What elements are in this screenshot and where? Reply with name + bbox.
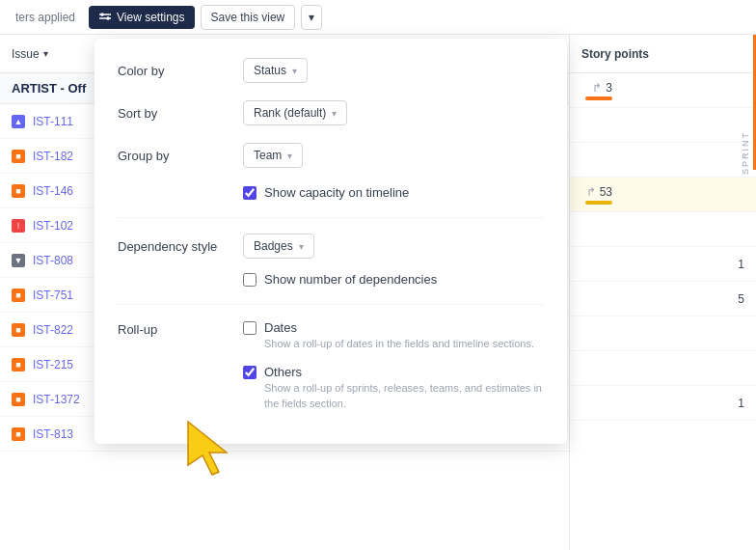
sp-row <box>570 108 756 143</box>
sort-by-label: Sort by <box>118 106 243 121</box>
view-settings-label: View settings <box>117 11 184 24</box>
others-checkbox[interactable] <box>243 366 256 379</box>
issue-id: IST-102 <box>33 219 100 233</box>
sort-by-arrow: ▾ <box>332 108 337 119</box>
sort-by-value: Rank (default) <box>254 106 326 120</box>
dates-checkbox[interactable] <box>243 321 256 335</box>
dates-row: Dates Show a roll-up of dates in the fie… <box>243 320 544 351</box>
dates-desc: Show a roll-up of dates in the fields an… <box>264 337 534 351</box>
priority-icon: ▲ <box>12 115 25 128</box>
sp-row: 1 <box>570 247 756 282</box>
dates-label: Dates <box>264 320 534 335</box>
toolbar: ters applied View settings Save this vie… <box>0 0 756 35</box>
color-by-control: Status ▾ <box>243 58 544 83</box>
sort-by-select[interactable]: Rank (default) ▾ <box>243 100 347 125</box>
save-view-dropdown-button[interactable]: ▾ <box>301 5 322 30</box>
show-number-label[interactable]: Show number of dependencies <box>264 272 437 287</box>
group-by-arrow: ▾ <box>287 151 292 161</box>
divider <box>118 217 544 218</box>
dependency-style-control: Badges ▾ <box>243 234 544 259</box>
priority-icon: ■ <box>12 150 25 163</box>
priority-icon: ■ <box>12 393 25 406</box>
show-number-checkbox[interactable] <box>243 273 256 287</box>
priority-icon: ■ <box>12 323 25 337</box>
issue-id: IST-215 <box>33 358 100 371</box>
issue-type-label: Issue ▾ <box>12 47 48 61</box>
others-desc: Show a roll-up of sprints, releases, tea… <box>264 381 544 411</box>
sp-value-bar: ↱ 3 <box>585 81 612 100</box>
group-by-control: Team ▾ <box>243 143 544 168</box>
color-by-value: Status <box>254 64 286 77</box>
issue-type-text: Issue <box>12 47 40 61</box>
svg-point-3 <box>107 16 110 19</box>
sp-value: 1 <box>738 258 744 271</box>
story-points-panel: Story points SPRINT ↱ 3 ↱ 53 1 5 1 <box>569 35 756 550</box>
others-content: Others Show a roll-up of sprints, releas… <box>264 365 544 411</box>
sp-value: 1 <box>738 397 744 410</box>
sort-by-row: Sort by Rank (default) ▾ <box>118 100 544 125</box>
sprint-label: SPRINT <box>741 131 750 175</box>
priority-icon: ! <box>12 219 25 233</box>
rollup-items: Dates Show a roll-up of dates in the fie… <box>243 320 544 425</box>
divider-2 <box>118 304 544 305</box>
rollup-section: Roll-up Dates Show a roll-up of dates in… <box>118 320 544 425</box>
filters-applied-label: ters applied <box>8 11 83 24</box>
dependency-style-row: Dependency style Badges ▾ <box>118 234 544 259</box>
orange-progress-bar <box>585 96 612 100</box>
dependency-style-select[interactable]: Badges ▾ <box>243 234 314 259</box>
yellow-progress-bar <box>585 201 612 205</box>
color-by-row: Color by Status ▾ <box>118 58 544 83</box>
color-by-arrow: ▾ <box>292 66 297 76</box>
dependency-style-arrow: ▾ <box>299 241 304 252</box>
issue-type-chevron: ▾ <box>43 48 48 59</box>
view-settings-icon <box>98 11 112 24</box>
others-label: Others <box>264 365 544 379</box>
issue-id: IST-751 <box>33 289 100 302</box>
sp-row: ↱ 53 <box>570 178 756 212</box>
dates-content: Dates Show a roll-up of dates in the fie… <box>264 320 534 351</box>
sp-row <box>570 212 756 247</box>
priority-icon: ■ <box>12 184 25 198</box>
issue-id: IST-813 <box>33 427 100 441</box>
color-by-select[interactable]: Status ▾ <box>243 58 308 83</box>
priority-icon: ▼ <box>12 254 25 267</box>
svg-point-2 <box>101 13 104 15</box>
priority-icon: ■ <box>12 289 25 302</box>
story-points-header: Story points <box>570 35 756 73</box>
issue-id: IST-822 <box>33 323 100 337</box>
sp-row: 5 <box>570 282 756 316</box>
issue-id: IST-111 <box>33 115 100 128</box>
sp-value: 53 <box>600 185 612 199</box>
show-capacity-row: Show capacity on timeline <box>243 185 544 200</box>
save-view-button[interactable]: Save this view <box>201 5 296 30</box>
show-capacity-checkbox[interactable] <box>243 186 256 200</box>
show-number-row: Show number of dependencies <box>243 272 544 287</box>
sp-row: ↱ 3 <box>570 73 756 108</box>
show-capacity-label[interactable]: Show capacity on timeline <box>264 185 409 200</box>
group-by-value: Team <box>254 149 282 162</box>
sp-value-bar: ↱ 53 <box>585 185 612 205</box>
view-settings-panel: Color by Status ▾ Sort by Rank (default)… <box>94 39 567 444</box>
issue-id: IST-182 <box>33 150 100 163</box>
group-by-label: Group by <box>118 149 243 163</box>
priority-icon: ■ <box>12 427 25 441</box>
rollup-label: Roll-up <box>118 320 243 337</box>
sp-row <box>570 143 756 178</box>
issue-id: IST-1372 <box>33 393 100 406</box>
sp-row <box>570 316 756 351</box>
sort-by-control: Rank (default) ▾ <box>243 100 544 125</box>
issue-id: IST-808 <box>33 254 100 267</box>
view-settings-button[interactable]: View settings <box>89 6 194 29</box>
color-by-label: Color by <box>118 64 243 78</box>
sp-value: 5 <box>738 292 744 306</box>
priority-icon: ■ <box>12 358 25 371</box>
others-row: Others Show a roll-up of sprints, releas… <box>243 365 544 411</box>
sp-row: 1 <box>570 386 756 421</box>
dependency-style-value: Badges <box>254 239 293 253</box>
sp-value: 3 <box>606 81 612 95</box>
dependency-style-label: Dependency style <box>118 239 243 254</box>
issue-id: IST-146 <box>33 184 100 198</box>
sp-row <box>570 351 756 386</box>
group-by-select[interactable]: Team ▾ <box>243 143 303 168</box>
group-by-row: Group by Team ▾ <box>118 143 544 168</box>
